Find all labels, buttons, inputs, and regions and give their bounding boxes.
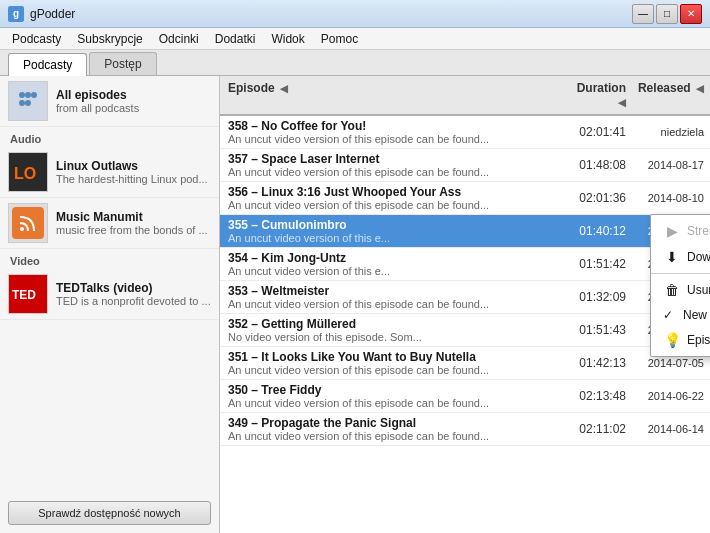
- episode-title: 355 – Cumulonimbro: [228, 218, 557, 232]
- episode-title: 349 – Propagate the Panic Signal: [228, 416, 557, 430]
- episode-desc: An uncut video version of this episode c…: [228, 298, 557, 310]
- episode-row[interactable]: 357 – Space Laser Internet An uncut vide…: [220, 149, 710, 182]
- tedtalks-subtitle: TED is a nonprofit devoted to ...: [56, 295, 211, 307]
- check-icon: ✓: [663, 308, 679, 322]
- menu-subskrypcje[interactable]: Subskrypcje: [69, 30, 150, 48]
- tab-podcasty[interactable]: Podcasty: [8, 53, 87, 76]
- context-menu-separator: [651, 273, 710, 274]
- episode-duration: 01:42:13: [565, 356, 630, 370]
- context-menu-item-episode-details[interactable]: 💡Episode details: [651, 327, 710, 353]
- episode-row[interactable]: 354 – Kim Jong-Untz An uncut video versi…: [220, 248, 710, 281]
- episode-desc: No video version of this episode. Som...: [228, 331, 557, 343]
- episode-duration: 01:51:43: [565, 323, 630, 337]
- episode-info: 351 – It Looks Like You Want to Buy Nute…: [220, 350, 565, 376]
- menu-dodatki[interactable]: Dodatki: [207, 30, 264, 48]
- episode-info: 350 – Tree Fiddy An uncut video version …: [220, 383, 565, 409]
- ctx-item-icon: ⬇: [663, 249, 681, 265]
- linux-outlaws-text: Linux Outlaws The hardest-hitting Linux …: [56, 159, 211, 185]
- episode-title: 351 – It Looks Like You Want to Buy Nute…: [228, 350, 557, 364]
- menu-odcinki[interactable]: Odcinki: [151, 30, 207, 48]
- episode-duration: 02:13:48: [565, 389, 630, 403]
- music-manumit-thumb: [8, 203, 48, 243]
- context-menu-item-download[interactable]: ⬇Download: [651, 244, 710, 270]
- episode-row[interactable]: 349 – Propagate the Panic Signal An uncu…: [220, 413, 710, 446]
- episode-row[interactable]: 353 – Weltmeister An uncut video version…: [220, 281, 710, 314]
- episode-title: 356 – Linux 3:16 Just Whooped Your Ass: [228, 185, 557, 199]
- music-manumit-text: Music Manumit music free from the bonds …: [56, 210, 211, 236]
- duration-sort-arrow: ◀: [618, 97, 626, 108]
- episode-info: 358 – No Coffee for You! An uncut video …: [220, 119, 565, 145]
- episode-row[interactable]: 356 – Linux 3:16 Just Whooped Your Ass A…: [220, 182, 710, 215]
- episode-info: 357 – Space Laser Internet An uncut vide…: [220, 152, 565, 178]
- close-button[interactable]: ✕: [680, 4, 702, 24]
- svg-point-4: [25, 100, 31, 106]
- episode-row[interactable]: 358 – No Coffee for You! An uncut video …: [220, 116, 710, 149]
- episode-panel: Episode ◀ Duration ◀ Released ◀ 358 – No…: [220, 76, 710, 533]
- linux-outlaws-subtitle: The hardest-hitting Linux pod...: [56, 173, 211, 185]
- context-menu-item-stream: ▶Stream: [651, 218, 710, 244]
- menu-widok[interactable]: Widok: [263, 30, 312, 48]
- episode-title: 354 – Kim Jong-Untz: [228, 251, 557, 265]
- main-content: All episodes from all podcasts Audio LO …: [0, 76, 710, 533]
- all-episodes-text: All episodes from all podcasts: [56, 88, 211, 114]
- ctx-item-icon: 💡: [663, 332, 681, 348]
- all-episodes-subtitle: from all podcasts: [56, 102, 211, 114]
- minimize-button[interactable]: —: [632, 4, 654, 24]
- menu-pomoc[interactable]: Pomoc: [313, 30, 366, 48]
- episode-title: 350 – Tree Fiddy: [228, 383, 557, 397]
- ctx-item-label: Stream: [687, 224, 710, 238]
- menu-podcasty[interactable]: Podcasty: [4, 30, 69, 48]
- column-episode[interactable]: Episode ◀: [220, 79, 565, 111]
- episode-duration: 01:40:12: [565, 224, 630, 238]
- episode-info: 355 – Cumulonimbro An uncut video versio…: [220, 218, 565, 244]
- episode-desc: An uncut video version of this episode c…: [228, 199, 557, 211]
- svg-point-7: [20, 227, 24, 231]
- episode-info: 354 – Kim Jong-Untz An uncut video versi…: [220, 251, 565, 277]
- episode-row[interactable]: 352 – Getting Müllered No video version …: [220, 314, 710, 347]
- episode-row[interactable]: 355 – Cumulonimbro An uncut video versio…: [220, 215, 710, 248]
- episode-released: 2014-06-22: [630, 390, 710, 402]
- maximize-button[interactable]: □: [656, 4, 678, 24]
- linux-outlaws-title: Linux Outlaws: [56, 159, 211, 173]
- episode-title: 358 – No Coffee for You!: [228, 119, 557, 133]
- all-episodes-title: All episodes: [56, 88, 211, 102]
- episode-desc: An uncut video version of this episode c…: [228, 166, 557, 178]
- episode-duration: 02:01:36: [565, 191, 630, 205]
- tab-bar: Podcasty Postęp: [0, 50, 710, 76]
- episode-row[interactable]: 350 – Tree Fiddy An uncut video version …: [220, 380, 710, 413]
- tab-postep[interactable]: Postęp: [89, 52, 156, 75]
- context-menu: ▶Stream⬇Download🗑Usuń✓New💡Episode detail…: [650, 214, 710, 357]
- ctx-item-label: New: [683, 308, 707, 322]
- app-icon: g: [8, 6, 24, 22]
- episode-released: 2014-06-14: [630, 423, 710, 435]
- sidebar-item-linux-outlaws[interactable]: LO Linux Outlaws The hardest-hitting Lin…: [0, 147, 219, 198]
- sidebar-item-music-manumit[interactable]: Music Manumit music free from the bonds …: [0, 198, 219, 249]
- linux-outlaws-thumb: LO: [8, 152, 48, 192]
- svg-text:TED: TED: [12, 288, 36, 302]
- episode-desc: An uncut video version of this episode c…: [228, 430, 557, 442]
- check-new-button[interactable]: Sprawdź dostępność nowych: [8, 501, 211, 525]
- context-menu-item-usuń[interactable]: 🗑Usuń: [651, 277, 710, 303]
- context-menu-item-new[interactable]: ✓New: [651, 303, 710, 327]
- episode-released: 2014-08-17: [630, 159, 710, 171]
- episode-list: 358 – No Coffee for You! An uncut video …: [220, 116, 710, 533]
- column-released[interactable]: Released ◀: [630, 79, 710, 111]
- episode-row[interactable]: 351 – It Looks Like You Want to Buy Nute…: [220, 347, 710, 380]
- episode-released: niedziela: [630, 126, 710, 138]
- episode-title: 357 – Space Laser Internet: [228, 152, 557, 166]
- episode-desc: An uncut video version of this episode c…: [228, 364, 557, 376]
- episode-duration: 02:01:41: [565, 125, 630, 139]
- ctx-item-label: Episode details: [687, 333, 710, 347]
- svg-point-1: [25, 92, 31, 98]
- episode-info: 356 – Linux 3:16 Just Whooped Your Ass A…: [220, 185, 565, 211]
- episode-duration: 01:51:42: [565, 257, 630, 271]
- ctx-item-label: Download: [687, 250, 710, 264]
- ctx-item-icon: 🗑: [663, 282, 681, 298]
- column-duration[interactable]: Duration ◀: [565, 79, 630, 111]
- episode-sort-arrow: ◀: [280, 83, 288, 94]
- sidebar-item-all-episodes[interactable]: All episodes from all podcasts: [0, 76, 219, 127]
- sidebar-item-tedtalks[interactable]: TED TEDTalks (video) TED is a nonprofit …: [0, 269, 219, 320]
- episode-duration: 01:32:09: [565, 290, 630, 304]
- sidebar: All episodes from all podcasts Audio LO …: [0, 76, 220, 533]
- rss-icon: [12, 207, 44, 239]
